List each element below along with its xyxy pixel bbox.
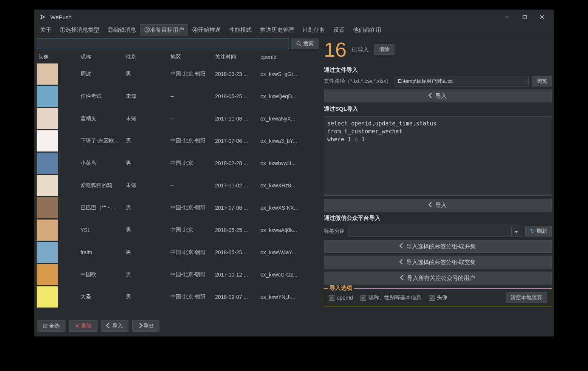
tab-5[interactable]: 性能模式 bbox=[225, 24, 256, 36]
openid-checkbox[interactable]: ✓openId bbox=[329, 295, 353, 301]
avatar-checkbox[interactable]: ✓头像 bbox=[429, 294, 447, 301]
search-icon bbox=[296, 41, 302, 46]
cell-gender: 男 bbox=[124, 160, 168, 167]
sql-textarea[interactable] bbox=[324, 116, 552, 196]
sql-import-title: 通过SQL导入 bbox=[324, 105, 552, 113]
app-title: WePush bbox=[50, 14, 71, 20]
minimize-button[interactable] bbox=[498, 11, 516, 23]
tab-0[interactable]: 关于 bbox=[36, 24, 56, 36]
cell-openid: ox_kxwS_gGt... bbox=[258, 71, 319, 77]
table-row[interactable]: 下班了-志国欧...男中国-北京-朝阳2017-07-06 ...ox_kxwa… bbox=[36, 130, 319, 152]
cell-time: 2017-11-02 ... bbox=[213, 182, 258, 189]
tag-group-select[interactable] bbox=[348, 226, 522, 237]
export-button[interactable]: 导出 bbox=[132, 320, 159, 332]
tab-2[interactable]: ②编辑消息 bbox=[104, 24, 140, 36]
export-arrow-icon bbox=[138, 323, 142, 329]
import-button[interactable]: 导入 bbox=[101, 320, 128, 332]
tab-4[interactable]: ④开始推送 bbox=[188, 24, 225, 36]
select-all-button[interactable]: ☑全选 bbox=[37, 320, 65, 332]
tab-1[interactable]: ①选择消息类型 bbox=[56, 24, 104, 36]
import-all-followers-button[interactable]: 导入所有关注公众号的用户 bbox=[324, 272, 552, 284]
column-header[interactable]: openId bbox=[258, 54, 319, 60]
clear-button[interactable]: 清除 bbox=[374, 44, 395, 55]
table-row[interactable]: 大圣男中国-北京-朝阳2018-02-07 ...ox_kxwYNjJ-... bbox=[36, 286, 319, 308]
table-row[interactable]: 小菜鸟男中国-北京-2018-02-28 ...ox_kxwbvwH... bbox=[36, 152, 319, 174]
avatar bbox=[37, 286, 58, 308]
tab-9[interactable]: 他们都在用 bbox=[349, 24, 385, 36]
table-row[interactable]: 巴巴巴（*^ - ...男中国-北京-朝阳2017-07-06 ...ox_kx… bbox=[36, 196, 319, 219]
cell-openid: ox_kxwYNjJ-... bbox=[258, 294, 319, 300]
file-import-title: 通过文件导入 bbox=[324, 66, 552, 74]
table-row[interactable]: 蓝精灵未知--2017-11-08 ...ox_kxwaNyX... bbox=[36, 107, 319, 130]
delete-button[interactable]: ✕删除 bbox=[69, 320, 97, 332]
import-arrow-icon bbox=[401, 275, 405, 281]
cell-openid: ox_kxwbvwH... bbox=[258, 160, 319, 166]
chevron-down-icon bbox=[514, 228, 518, 234]
left-panel: 搜索 头像昵称性别地区关注时间openId 周波男中国-北京-朝阳2018-03… bbox=[36, 38, 319, 335]
svg-rect-1 bbox=[523, 15, 526, 19]
cell-openid: ox_kxwcC-Gz... bbox=[258, 272, 319, 278]
tab-7[interactable]: 计划任务 bbox=[298, 24, 329, 36]
tab-8[interactable]: 设置 bbox=[329, 24, 349, 36]
main-tabs: 关于①选择消息类型②编辑消息③准备目标用户④开始推送性能模式推送历史管理计划任务… bbox=[34, 24, 554, 36]
cell-time: 2018-02-07 ... bbox=[213, 294, 258, 300]
cell-region: 中国-北京-朝阳 bbox=[168, 294, 213, 300]
cell-nickname: 小菜鸟 bbox=[78, 160, 124, 167]
table-row[interactable]: 周波男中国-北京-朝阳2018-03-23 ...ox_kxwS_gGt... bbox=[36, 63, 319, 85]
app-window: WePush 关于①选择消息类型②编辑消息③准备目标用户④开始推送性能模式推送历… bbox=[34, 9, 554, 337]
table-row[interactable]: YSL男中国-北京-2018-05-25 ...ox_kxwaAIj0k... bbox=[36, 219, 319, 241]
column-header[interactable]: 关注时间 bbox=[213, 54, 258, 60]
file-import-label: 导入 bbox=[435, 93, 447, 100]
cell-time: 2018-05-25 ... bbox=[213, 249, 258, 255]
close-button[interactable] bbox=[533, 11, 551, 23]
import-options-legend: 导入选项 bbox=[328, 284, 354, 292]
import-tag-union-button[interactable]: 导入选择的标签分组-取并集 bbox=[324, 240, 552, 253]
cell-gender: 男 bbox=[124, 204, 168, 211]
column-header[interactable]: 性别 bbox=[124, 54, 168, 60]
column-header[interactable]: 昵称 bbox=[78, 54, 124, 60]
cell-time: 2018-03-23 ... bbox=[213, 71, 258, 77]
sql-import-button[interactable]: 导入 bbox=[324, 199, 552, 212]
tab-6[interactable]: 推送历史管理 bbox=[256, 24, 298, 36]
table-row[interactable]: 中国欧男中国-北京-朝阳2017-10-12 ...ox_kxwcC-Gz... bbox=[36, 263, 319, 286]
search-input[interactable] bbox=[37, 39, 289, 49]
search-button[interactable]: 搜索 bbox=[291, 39, 319, 49]
avatar bbox=[37, 242, 58, 263]
left-footer: ☑全选 ✕删除 导入 导出 bbox=[36, 317, 319, 335]
file-path-input[interactable] bbox=[395, 76, 529, 87]
table-row[interactable]: fraith男中国-北京-朝阳2018-05-25 ...ox_kxwW4aY.… bbox=[36, 241, 319, 263]
table-row[interactable]: 爱吃狐狸的鸡未知--2017-11-02 ...ox_kxwXHz8... bbox=[36, 174, 319, 196]
cell-nickname: 巴巴巴（*^ - ... bbox=[78, 204, 124, 211]
cell-nickname: fraith bbox=[78, 249, 124, 255]
cell-time: 2017-07-06 ... bbox=[213, 138, 258, 144]
svg-point-4 bbox=[297, 42, 300, 45]
tag-group-row: 标签分组 ↻刷新 bbox=[324, 226, 552, 237]
import-arrow-icon bbox=[400, 243, 404, 249]
basic-info-checkbox[interactable]: ✓昵称、性别等基本信息 bbox=[361, 294, 421, 301]
refresh-button[interactable]: ↻刷新 bbox=[525, 226, 552, 237]
cell-region: -- bbox=[168, 182, 213, 189]
tag-group-label: 标签分组 bbox=[324, 228, 345, 235]
cell-time: 2018-05-25 ... bbox=[213, 227, 258, 233]
avatar bbox=[37, 63, 58, 85]
import-tag-intersect-button[interactable]: 导入选择的标签分组-取交集 bbox=[324, 256, 552, 269]
avatar bbox=[37, 220, 58, 241]
column-header[interactable]: 地区 bbox=[168, 54, 213, 60]
cell-time: 2017-07-06 ... bbox=[213, 205, 258, 211]
counter-row: 16 已导入 清除 bbox=[324, 38, 552, 63]
browse-button[interactable]: 浏览 bbox=[532, 76, 552, 87]
cell-openid: ox_kxwaNyX... bbox=[258, 116, 319, 122]
cell-gender: 男 bbox=[124, 271, 168, 278]
maximize-button[interactable] bbox=[516, 11, 533, 23]
cell-openid: ox_kxwQeqD... bbox=[258, 93, 319, 99]
tab-3[interactable]: ③准备目标用户 bbox=[140, 24, 188, 36]
cell-region: 中国-北京- bbox=[168, 160, 213, 167]
cell-gender: 未知 bbox=[124, 182, 168, 189]
table-row[interactable]: 任性考试未知--2018-05-25 ...ox_kxwQeqD... bbox=[36, 85, 319, 107]
clear-cache-button[interactable]: 清空本地缓存 bbox=[506, 292, 547, 303]
column-header[interactable]: 头像 bbox=[36, 54, 78, 60]
file-import-button[interactable]: 导入 bbox=[324, 90, 552, 102]
basic-info-label: 昵称、性别等基本信息 bbox=[368, 294, 421, 301]
cell-gender: 男 bbox=[124, 227, 168, 233]
table-body[interactable]: 周波男中国-北京-朝阳2018-03-23 ...ox_kxwS_gGt...任… bbox=[36, 63, 319, 317]
